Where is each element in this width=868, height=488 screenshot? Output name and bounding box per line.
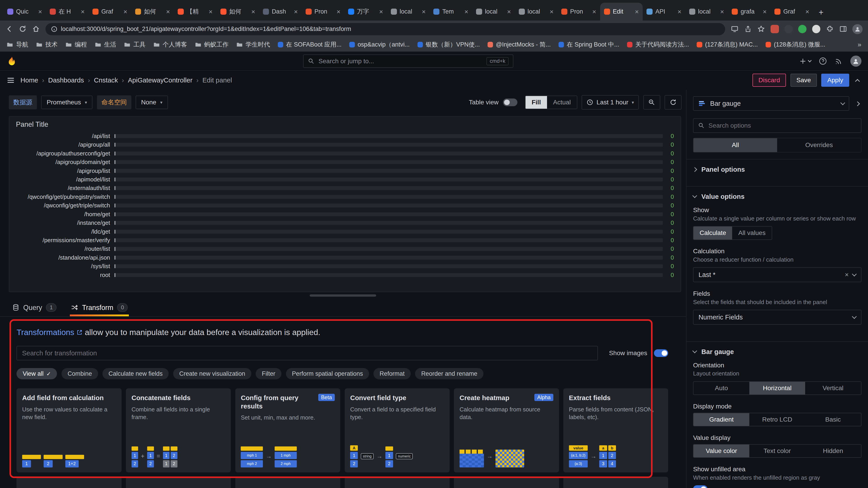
user-avatar[interactable] — [850, 56, 862, 67]
share-icon[interactable] — [744, 25, 752, 33]
bookmarks-overflow-icon[interactable]: » — [858, 41, 861, 48]
browser-tab[interactable]: Quic × — [3, 3, 46, 20]
card-extract-fields[interactable]: Extract fields Parse fields from content… — [563, 388, 668, 473]
panel-title[interactable]: Panel Title — [9, 117, 681, 131]
browser-tab[interactable]: 在 H × — [46, 3, 89, 20]
apply-button[interactable]: Apply — [821, 74, 849, 87]
browser-tab[interactable]: Graf × — [89, 3, 131, 20]
actual-option[interactable]: Actual — [547, 96, 577, 109]
card-add-field-from-calculation[interactable]: Add field from calculation Use the row v… — [17, 388, 121, 473]
show-images-toggle[interactable] — [654, 349, 669, 357]
transform-card[interactable] — [126, 477, 231, 488]
options-tab-all[interactable]: All — [693, 138, 777, 152]
options-search-input[interactable] — [708, 122, 857, 129]
new-menu-button[interactable] — [799, 58, 811, 65]
time-range-picker[interactable]: Last 1 hour▾ — [582, 95, 639, 109]
bookmark-item[interactable]: 编程 — [65, 40, 87, 48]
resize-handle[interactable] — [310, 294, 376, 297]
browser-tab[interactable]: Pron × — [557, 3, 600, 20]
bookmark-item[interactable]: 个人博客 — [153, 40, 187, 48]
tab-close-icon[interactable]: × — [465, 8, 468, 15]
breadcrumb-link[interactable]: Dashboards — [48, 76, 84, 84]
display-mode-option[interactable]: Basic — [805, 413, 861, 426]
bookmark-item[interactable]: 在 SOFABoot 应用... — [278, 40, 342, 48]
tab-close-icon[interactable]: × — [379, 8, 383, 15]
filter-pill[interactable]: Filter — [256, 368, 281, 380]
browser-tab[interactable]: Tem × — [430, 3, 472, 20]
bookmark-item[interactable]: osp&acvip（antvi... — [349, 40, 410, 48]
bookmark-item[interactable]: 导航 — [6, 40, 28, 48]
browser-tab[interactable]: Edit × — [600, 3, 643, 20]
browser-profile-avatar[interactable] — [852, 24, 862, 34]
tab-close-icon[interactable]: × — [209, 8, 213, 15]
calculation-select[interactable]: Last * × — [693, 267, 862, 282]
back-icon[interactable] — [5, 25, 13, 33]
bookmark-item[interactable]: 关于代码阅读方法... — [627, 40, 689, 48]
clear-icon[interactable]: × — [845, 271, 849, 279]
browser-tab[interactable]: local × — [515, 3, 557, 20]
browser-tab[interactable]: 万字 × — [344, 3, 387, 20]
tab-close-icon[interactable]: × — [294, 8, 298, 15]
transform-card[interactable] — [17, 477, 121, 488]
browser-tab[interactable]: 如何 × — [131, 3, 174, 20]
display-mode-option[interactable]: Retro LCD — [749, 413, 805, 426]
collapse-options-icon[interactable] — [854, 98, 861, 109]
address-bar[interactable]: localhost:3000/d/spring_boot_21/apigatew… — [45, 23, 725, 35]
reload-icon[interactable] — [19, 25, 26, 33]
datasource-select[interactable]: Prometheus▾ — [41, 96, 92, 109]
browser-tab[interactable]: Dash × — [259, 3, 302, 20]
transform-card[interactable] — [235, 477, 340, 488]
bookmark-item[interactable]: (128条消息) 微服... — [766, 40, 825, 48]
browser-tab[interactable]: local × — [685, 3, 728, 20]
breadcrumb-link[interactable]: ApiGatewayController — [128, 76, 193, 84]
filter-pill[interactable]: Calculate new fields — [102, 368, 168, 380]
tab-close-icon[interactable]: × — [123, 8, 127, 15]
bookmark-item[interactable]: @InjectMocks - 简... — [488, 40, 551, 48]
transform-card[interactable] — [345, 477, 450, 488]
orientation-option[interactable]: Horizontal — [749, 382, 805, 394]
zoom-out-button[interactable] — [643, 95, 660, 109]
tab-close-icon[interactable]: × — [507, 8, 511, 15]
tab-close-icon[interactable]: × — [592, 8, 596, 15]
card-concatenate-fields[interactable]: Concatenate fields Combine all fields in… — [126, 388, 231, 473]
value-options-header[interactable]: Value options — [686, 187, 868, 206]
value-display-option[interactable]: Value color — [693, 445, 749, 457]
transform-card[interactable] — [563, 477, 668, 488]
browser-tab[interactable]: grafa × — [728, 3, 771, 20]
orientation-option[interactable]: Vertical — [805, 382, 861, 394]
bar-gauge-header[interactable]: Bar gauge — [686, 342, 868, 362]
display-mode-option[interactable]: Gradient — [693, 413, 749, 426]
tab-close-icon[interactable]: × — [720, 8, 724, 15]
site-info-icon[interactable] — [51, 26, 57, 32]
tab-close-icon[interactable]: × — [763, 8, 767, 15]
tab-close-icon[interactable]: × — [422, 8, 426, 15]
breadcrumb-link[interactable]: Edit panel — [203, 76, 232, 84]
value-display-option[interactable]: Hidden — [805, 445, 861, 457]
unfilled-toggle[interactable] — [693, 485, 708, 488]
namespace-select[interactable]: None▾ — [135, 96, 168, 109]
filter-pill[interactable]: Create new visualization — [173, 368, 251, 380]
filter-pill[interactable]: Reorder and rename — [415, 368, 483, 380]
filter-pill[interactable]: Combine — [61, 368, 98, 380]
browser-tab[interactable]: 如何 × — [217, 3, 259, 20]
global-search[interactable]: Search or jump to... cmd+k — [303, 55, 514, 68]
bookmark-item[interactable]: 在 Spring Boot 中... — [559, 40, 619, 48]
tab-transform[interactable]: Transform 0 — [70, 300, 129, 316]
filter-pill[interactable]: Perform spatial operations — [286, 368, 369, 380]
transformations-link[interactable]: Transformations — [17, 328, 83, 337]
fill-option[interactable]: Fill — [526, 96, 547, 109]
show-mode-option[interactable]: All values — [732, 227, 772, 239]
tab-close-icon[interactable]: × — [635, 8, 639, 15]
bookmark-item[interactable]: (127条消息) MAC... — [697, 40, 758, 48]
bookmark-item[interactable]: 学生时代 — [236, 40, 270, 48]
transformation-search-input[interactable] — [17, 346, 598, 360]
filter-pill[interactable]: View all ✓ — [17, 368, 57, 380]
bookmark-item[interactable]: 生活 — [95, 40, 116, 48]
card-config-from-query-results[interactable]: Config from query resultsBeta Set unit, … — [235, 388, 340, 473]
bookmark-item[interactable]: 蚂蚁工作 — [195, 40, 228, 48]
value-display-option[interactable]: Text color — [749, 445, 805, 457]
new-tab-button[interactable]: + — [813, 8, 829, 21]
extension-omega-icon[interactable] — [784, 25, 793, 33]
news-rss-icon[interactable] — [835, 57, 842, 65]
browser-tab[interactable]: local × — [387, 3, 430, 20]
